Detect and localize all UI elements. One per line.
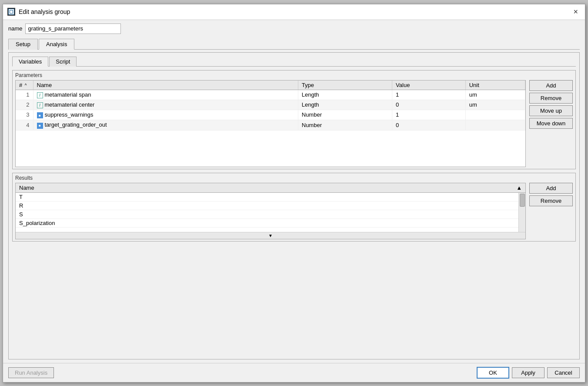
results-scroll-down[interactable]: ▼ (16, 232, 525, 239)
params-move-down-button[interactable]: Move down (529, 118, 573, 129)
row-unit (465, 110, 525, 120)
results-remove-button[interactable]: Remove (529, 195, 573, 206)
row-unit: um (465, 90, 525, 100)
name-input[interactable] (25, 23, 121, 34)
svg-rect-1 (10, 10, 13, 13)
results-list-header: Name ▲ (16, 183, 525, 193)
parameters-area: # ^ Name Type Value Unit 1lm (15, 80, 573, 167)
table-row[interactable]: 3■suppress_warningsNumber1 (16, 110, 525, 120)
parameters-buttons: Add Remove Move up Move down (529, 80, 573, 167)
table-row[interactable]: 2lmetamaterial centerLength0um (16, 100, 525, 110)
params-add-button[interactable]: Add (529, 80, 573, 91)
list-item[interactable]: S_polarization (16, 219, 525, 228)
parameters-table: # ^ Name Type Value Unit 1lm (16, 81, 525, 131)
apply-button[interactable]: Apply (512, 367, 545, 378)
name-row: name (8, 23, 580, 34)
sub-tabs: Variables Script (12, 56, 576, 67)
bottom-bar: Run Analysis OK Apply Cancel (3, 363, 585, 382)
col-header-num: # ^ (16, 81, 33, 90)
row-num: 3 (16, 110, 33, 120)
row-type: Length (298, 100, 392, 110)
number-type-icon: ■ (37, 112, 43, 118)
length-type-icon: l (37, 102, 43, 108)
row-value: 0 (392, 100, 466, 110)
params-remove-button[interactable]: Remove (529, 93, 573, 104)
row-num: 4 (16, 120, 33, 131)
close-button[interactable]: × (571, 7, 581, 17)
title-bar: Edit analysis group × (3, 4, 585, 20)
col-header-name: Name (33, 81, 298, 90)
tab-content: Variables Script Parameters # ^ (8, 52, 580, 359)
tab-setup[interactable]: Setup (8, 39, 38, 50)
results-section: Results Name ▲ TRSS_polarization (12, 173, 576, 242)
results-scroll-up-icon[interactable]: ▲ (516, 185, 522, 191)
table-row[interactable]: 1lmetamaterial spanLength1um (16, 90, 525, 100)
edit-analysis-group-dialog: Edit analysis group × name Setup Analysi… (3, 4, 585, 383)
col-header-unit: Unit (465, 81, 525, 90)
row-value: 0 (392, 120, 466, 131)
row-name: lmetamaterial center (33, 100, 298, 110)
col-header-value: Value (392, 81, 466, 90)
row-name: ■target_grating_order_out (33, 120, 298, 131)
results-label: Results (15, 175, 573, 181)
cancel-button[interactable]: Cancel (547, 367, 580, 378)
results-scroll-area[interactable]: TRSS_polarization (16, 193, 525, 232)
row-num: 1 (16, 90, 33, 100)
subtab-variables[interactable]: Variables (12, 57, 48, 67)
results-col-name: Name (19, 185, 34, 191)
results-buttons: Add Remove (529, 183, 573, 239)
main-tabs: Setup Analysis (8, 38, 580, 50)
parameters-label: Parameters (15, 72, 573, 78)
row-unit (465, 120, 525, 131)
row-name: lmetamaterial span (33, 90, 298, 100)
results-scrollbar[interactable] (518, 193, 525, 232)
col-header-type: Type (298, 81, 392, 90)
row-type: Number (298, 120, 392, 131)
row-type: Length (298, 90, 392, 100)
subtab-script[interactable]: Script (49, 57, 77, 67)
sort-icon: ^ (25, 83, 27, 88)
dialog-body: name Setup Analysis Variables Script Par… (3, 20, 585, 363)
dialog-icon (7, 8, 15, 16)
results-scroll-thumb[interactable] (520, 194, 525, 207)
row-type: Number (298, 110, 392, 120)
run-analysis-button[interactable]: Run Analysis (8, 367, 54, 378)
results-add-button[interactable]: Add (529, 183, 573, 194)
list-item[interactable]: T (16, 193, 525, 201)
parameters-table-wrapper: # ^ Name Type Value Unit 1lm (15, 80, 526, 167)
row-unit: um (465, 100, 525, 110)
length-type-icon: l (37, 92, 43, 98)
dialog-title: Edit analysis group (19, 8, 571, 15)
parameters-section: Parameters # ^ Name T (12, 70, 576, 169)
results-list-wrapper: Name ▲ TRSS_polarization ▼ (15, 183, 526, 239)
number-type-icon: ■ (37, 123, 43, 129)
results-area: Name ▲ TRSS_polarization ▼ (15, 183, 573, 239)
tab-analysis[interactable]: Analysis (39, 39, 74, 50)
row-value: 1 (392, 110, 466, 120)
list-item[interactable]: S (16, 210, 525, 219)
ok-button[interactable]: OK (477, 367, 509, 379)
row-value: 1 (392, 90, 466, 100)
row-num: 2 (16, 100, 33, 110)
results-items: TRSS_polarization (16, 193, 525, 228)
name-label: name (8, 25, 23, 32)
list-item[interactable]: R (16, 201, 525, 210)
table-row[interactable]: 4■target_grating_order_outNumber0 (16, 120, 525, 131)
results-scroll-down-icon[interactable]: ▼ (268, 233, 273, 238)
params-move-up-button[interactable]: Move up (529, 105, 573, 116)
row-name: ■suppress_warnings (33, 110, 298, 120)
